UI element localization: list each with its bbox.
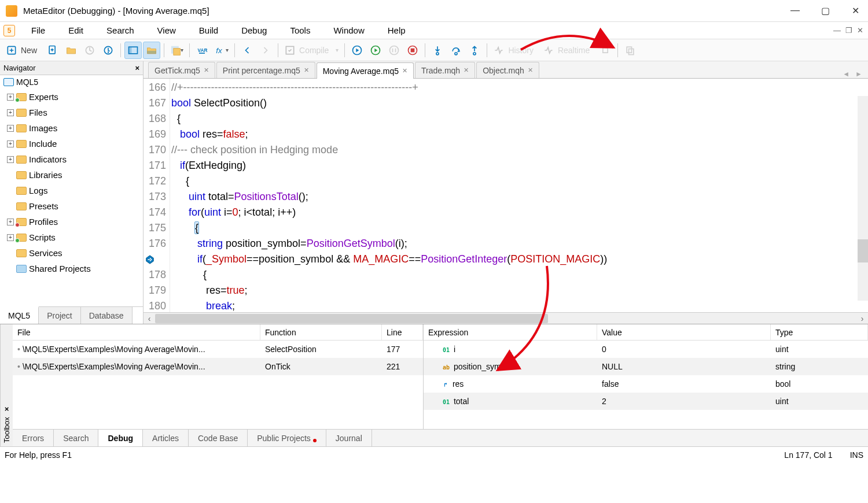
- col-type[interactable]: Type: [771, 324, 868, 340]
- tabs-scroll-left[interactable]: ◄: [843, 70, 849, 78]
- expand-icon[interactable]: +: [7, 109, 14, 116]
- expand-icon[interactable]: +: [7, 219, 14, 225]
- code-line[interactable]: if(_Symbol==position_symbol && MA_MAGIC=…: [171, 252, 868, 267]
- code-line[interactable]: res=true;: [171, 283, 868, 298]
- editor-vertical-scrollbar[interactable]: [858, 96, 868, 301]
- maximize-button[interactable]: ▢: [818, 5, 832, 16]
- close-button[interactable]: ✕: [848, 5, 862, 16]
- callstack-row[interactable]: •\MQL5\Experts\Examples\Moving Average\M…: [13, 341, 423, 358]
- tab-close-icon[interactable]: ✕: [304, 66, 309, 74]
- line-number[interactable]: 167: [144, 95, 166, 111]
- save-button[interactable]: [81, 42, 98, 59]
- minimize-button[interactable]: —: [788, 5, 802, 16]
- toolbox-tab-debug[interactable]: Debug: [98, 430, 143, 446]
- tabs-scroll-right[interactable]: ►: [855, 70, 862, 78]
- open-button[interactable]: [62, 42, 80, 59]
- terminal-button[interactable]: ▾: [168, 42, 186, 59]
- new-file-button[interactable]: [44, 42, 61, 59]
- menu-window[interactable]: Window: [322, 23, 376, 38]
- code-line[interactable]: {: [171, 267, 868, 283]
- line-number[interactable]: 173: [144, 189, 166, 205]
- line-number[interactable]: 171: [144, 158, 166, 173]
- nav-tab-mql5[interactable]: MQL5: [0, 306, 39, 324]
- line-number[interactable]: 166: [144, 80, 166, 95]
- line-number[interactable]: 176: [144, 236, 166, 252]
- variables-button[interactable]: VAR: [193, 42, 211, 59]
- menu-file[interactable]: File: [20, 23, 57, 38]
- line-number[interactable]: 174: [144, 205, 166, 220]
- editor-horizontal-scrollbar[interactable]: ‹ ›: [144, 312, 868, 324]
- tree-item-services[interactable]: Services: [1, 245, 143, 261]
- editor-tab[interactable]: Trade.mqh✕: [415, 62, 475, 78]
- code-line[interactable]: break;: [171, 298, 868, 312]
- menu-build[interactable]: Build: [187, 23, 230, 38]
- editor-tab[interactable]: Moving Average.mq5✕: [317, 62, 414, 79]
- tree-item-images[interactable]: +Images: [1, 120, 143, 136]
- profile-realtime-button[interactable]: Realtime: [540, 42, 595, 59]
- expand-icon[interactable]: +: [7, 156, 14, 163]
- step-out-button[interactable]: [466, 42, 483, 59]
- menu-debug[interactable]: Debug: [230, 23, 278, 38]
- code-line[interactable]: uint total=PositionsTotal();: [171, 189, 868, 205]
- expand-icon[interactable]: +: [7, 234, 14, 241]
- mdi-minimize-button[interactable]: —: [833, 26, 841, 35]
- code-line[interactable]: {: [171, 173, 868, 189]
- code-line[interactable]: //--- check position in Hedging mode: [171, 142, 868, 158]
- editor-tab[interactable]: Print percentage.mq5✕: [216, 62, 315, 78]
- tab-close-icon[interactable]: ✕: [402, 67, 407, 75]
- tree-item-scripts[interactable]: +Scripts: [1, 230, 143, 245]
- compile-button[interactable]: Compile▾: [282, 42, 341, 59]
- code-line[interactable]: bool res=false;: [171, 127, 868, 142]
- toggle-navigator-button[interactable]: [124, 42, 142, 59]
- debug-start-real-button[interactable]: [348, 42, 366, 59]
- mdi-close-button[interactable]: ✕: [857, 26, 863, 35]
- tree-item-logs[interactable]: Logs: [1, 183, 143, 198]
- tab-close-icon[interactable]: ✕: [464, 66, 469, 74]
- menu-help[interactable]: Help: [376, 23, 417, 38]
- line-number[interactable]: 172: [144, 173, 166, 189]
- toolbox-close-button[interactable]: ×: [2, 405, 11, 413]
- debug-stop-button[interactable]: [404, 42, 421, 59]
- watch-row[interactable]: ab position_symbolNULLstring: [424, 358, 868, 375]
- tree-item-files[interactable]: +Files: [1, 105, 143, 120]
- tree-item-shared-projects[interactable]: Shared Projects: [1, 261, 143, 276]
- tab-close-icon[interactable]: ✕: [204, 66, 209, 74]
- col-line[interactable]: Line: [382, 324, 423, 340]
- code-line[interactable]: bool SelectPosition(): [171, 95, 868, 111]
- toolbox-side-label[interactable]: Toolbox ×: [0, 324, 13, 446]
- tree-item-presets[interactable]: Presets: [1, 198, 143, 214]
- code-line[interactable]: string position_symbol=PositionGetSymbol…: [171, 236, 868, 252]
- function-button[interactable]: fx▾: [212, 42, 231, 59]
- code-content[interactable]: //+-------------------------------------…: [170, 79, 868, 312]
- line-number[interactable]: 175: [144, 220, 166, 236]
- nav-tab-database[interactable]: Database: [81, 307, 133, 324]
- mdi-restore-button[interactable]: ❐: [845, 26, 852, 35]
- tree-item-indicators[interactable]: +Indicators: [1, 151, 143, 167]
- line-number[interactable]: 170: [144, 142, 166, 158]
- new-button[interactable]: New: [3, 42, 43, 59]
- code-line[interactable]: for(uint i=0; i<total; i++): [171, 205, 868, 220]
- editor-tab[interactable]: Object.mqh✕: [476, 62, 539, 78]
- navigator-close-button[interactable]: ×: [135, 64, 139, 72]
- line-number[interactable]: 180: [144, 298, 166, 312]
- line-number[interactable]: 168: [144, 111, 166, 127]
- nav-tab-project[interactable]: Project: [39, 307, 81, 324]
- nav-forward-button[interactable]: [257, 42, 274, 59]
- expand-icon[interactable]: +: [7, 140, 14, 147]
- code-line[interactable]: if(ExtHedging): [171, 158, 868, 173]
- step-over-button[interactable]: [447, 42, 465, 59]
- app-menu-icon[interactable]: 5: [3, 25, 15, 36]
- menu-search[interactable]: Search: [95, 23, 146, 38]
- navigator-root[interactable]: MQL5: [0, 75, 143, 89]
- expand-icon[interactable]: +: [7, 125, 14, 132]
- code-line[interactable]: {: [171, 111, 868, 127]
- scroll-left-button[interactable]: ‹: [144, 314, 155, 323]
- tree-item-profiles[interactable]: +Profiles: [1, 214, 143, 230]
- expand-icon[interactable]: +: [7, 94, 14, 101]
- tree-item-include[interactable]: +Include: [1, 136, 143, 151]
- line-number[interactable]: 178: [144, 267, 166, 283]
- tree-item-experts[interactable]: +Experts: [1, 89, 143, 105]
- code-line[interactable]: {: [171, 220, 868, 236]
- debug-start-button[interactable]: [367, 42, 384, 59]
- step-into-button[interactable]: [429, 42, 446, 59]
